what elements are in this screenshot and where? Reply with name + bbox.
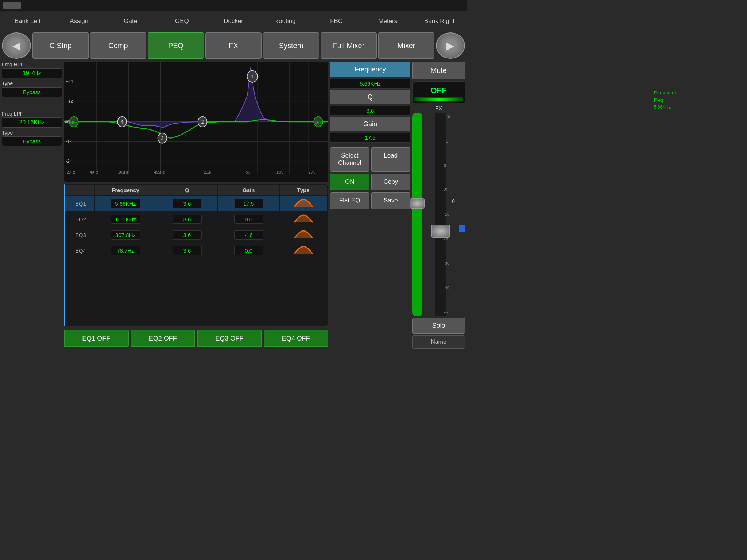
peq-button[interactable]: PEQ xyxy=(148,32,204,59)
eq2-off-button[interactable]: EQ2 OFF xyxy=(131,330,196,347)
eq-row-type xyxy=(280,228,327,242)
svg-text:101Hz: 101Hz xyxy=(118,170,128,175)
on-button[interactable]: ON xyxy=(330,174,369,190)
frequency-button[interactable]: Frequency xyxy=(330,62,410,77)
top-bar xyxy=(0,0,467,11)
eq-row-gain[interactable]: -16 xyxy=(218,228,279,242)
eq-row-id: EQ2 xyxy=(65,212,94,227)
load-button[interactable]: Load xyxy=(371,147,411,172)
eq-row-id: EQ3 xyxy=(65,228,94,242)
freq-lpf-value[interactable]: 20.16KHz xyxy=(2,117,62,128)
table-row[interactable]: EQ4 78.7Hz 3.6 0.0 xyxy=(65,243,327,258)
svg-text:-12: -12 xyxy=(66,139,72,144)
eq-row-q[interactable]: 3.6 xyxy=(156,212,217,227)
left-panel: Freq HPF 19.7Hz Type Bypass Freq LPF 20.… xyxy=(2,62,62,349)
eq4-off-button[interactable]: EQ4 OFF xyxy=(264,330,329,347)
full-mixer-button[interactable]: Full Mixer xyxy=(321,32,377,59)
svg-text:10K: 10K xyxy=(276,170,283,175)
mixer-button[interactable]: Mixer xyxy=(378,32,434,59)
select-channel-button[interactable]: SelectChannel xyxy=(330,147,369,172)
nav-row: Bank Left Assign Gate GEQ Ducker Routing… xyxy=(0,11,467,31)
nav-bank-left[interactable]: Bank Left xyxy=(2,18,53,25)
level-indicator xyxy=(414,98,463,101)
green-fader-track xyxy=(412,113,422,316)
eq-off-buttons: EQ1 OFF EQ2 OFF EQ3 OFF EQ4 OFF xyxy=(64,328,328,349)
table-row[interactable]: EQ2 1.15KHz 3.6 0.0 xyxy=(65,212,327,227)
eq-row-gain[interactable]: 17.5 xyxy=(218,196,279,211)
eq-row-q[interactable]: 3.6 xyxy=(156,243,217,258)
nav-fbc[interactable]: FBC xyxy=(311,18,362,25)
nav-gate[interactable]: Gate xyxy=(105,18,156,25)
svg-text:3: 3 xyxy=(161,135,163,141)
bank-left-button[interactable]: ◀ xyxy=(2,32,31,59)
name-button[interactable]: Name xyxy=(412,335,465,349)
eq1-off-button[interactable]: EQ1 OFF xyxy=(64,330,129,347)
table-row[interactable]: EQ3 307.8Hz 3.6 -16 xyxy=(65,228,327,242)
fx-button[interactable]: FX xyxy=(205,32,262,59)
fader-scale: +10 +5 0 -5 -10 -20 -30 -40 -∞ xyxy=(444,113,451,316)
svg-text:40Hz: 40Hz xyxy=(90,170,98,175)
eq-row-type xyxy=(280,212,327,227)
mute-button[interactable]: Mute xyxy=(412,62,465,79)
button-row: ◀ C Strip Comp PEQ FX System Full Mixer … xyxy=(0,31,467,60)
type-hpf-label: Type xyxy=(2,81,62,86)
solo-button[interactable]: Solo xyxy=(412,318,465,334)
eq-canvas[interactable]: +24 +12 0dB -12 -24 20Hz 40Hz 101Hz 455H… xyxy=(64,62,328,182)
eq-row-q[interactable]: 3.6 xyxy=(156,196,217,211)
nav-bank-right[interactable]: Bank Right xyxy=(414,18,465,25)
copy-button[interactable]: Copy xyxy=(371,174,411,190)
system-button[interactable]: System xyxy=(263,32,319,59)
zero-label: 0 xyxy=(452,198,455,204)
nav-geq[interactable]: GEQ xyxy=(156,18,208,25)
gain-button[interactable]: Gain xyxy=(330,117,410,131)
eq-table: Frequency Q Gain Type EQ1 5.66KHz 3.6 17… xyxy=(64,184,328,326)
nav-assign[interactable]: Assign xyxy=(53,18,105,25)
eq-row-q[interactable]: 3.6 xyxy=(156,228,217,242)
table-row[interactable]: EQ1 5.66KHz 3.6 17.5 xyxy=(65,196,327,211)
svg-text:4: 4 xyxy=(121,119,123,125)
svg-text:20K: 20K xyxy=(309,170,315,175)
type-lpf-value[interactable]: Bypass xyxy=(2,136,62,146)
eq-col-freq: Frequency xyxy=(95,185,156,195)
q-button[interactable]: Q xyxy=(330,90,410,104)
freq-hpf-value[interactable]: 19.7Hz xyxy=(2,68,62,78)
svg-text:20Hz: 20Hz xyxy=(67,170,75,175)
q-value: 3.6 xyxy=(330,106,410,116)
eq-row-freq[interactable]: 307.8Hz xyxy=(95,228,156,242)
svg-text:5K: 5K xyxy=(246,170,250,175)
main-content: Freq HPF 19.7Hz Type Bypass Freq LPF 20.… xyxy=(0,60,467,350)
green-fader-handle[interactable] xyxy=(410,198,425,209)
eq-row-type xyxy=(280,243,327,258)
nav-routing[interactable]: Routing xyxy=(259,18,311,25)
eq-row-freq[interactable]: 78.7Hz xyxy=(95,243,156,258)
right-arrow-icon: ▶ xyxy=(446,40,454,52)
save-button[interactable]: Save xyxy=(371,192,411,209)
bank-right-button[interactable]: ▶ xyxy=(436,32,465,59)
eq-row-freq[interactable]: 5.66KHz xyxy=(95,196,156,211)
nav-meters[interactable]: Meters xyxy=(362,18,414,25)
eq3-off-button[interactable]: EQ3 OFF xyxy=(197,330,262,347)
svg-text:455Hz: 455Hz xyxy=(154,170,165,175)
center-area: +24 +12 0dB -12 -24 20Hz 40Hz 101Hz 455H… xyxy=(64,62,328,349)
nav-ducker[interactable]: Ducker xyxy=(208,18,259,25)
svg-text:HPF: HPF xyxy=(70,120,77,124)
eq-row-freq[interactable]: 1.15KHz xyxy=(95,212,156,227)
eq-row-gain[interactable]: 0.0 xyxy=(218,243,279,258)
eq-col-q: Q xyxy=(156,185,217,195)
svg-text:2.1K: 2.1K xyxy=(204,170,212,175)
svg-text:+12: +12 xyxy=(66,99,73,104)
freq-hpf-label: Freq HPF xyxy=(2,62,62,67)
eq-col-type: Type xyxy=(280,185,327,195)
c-strip-button[interactable]: C Strip xyxy=(32,32,89,59)
comp-button[interactable]: Comp xyxy=(90,32,146,59)
eq-row-id: EQ4 xyxy=(65,243,94,258)
eq-row-id: EQ1 xyxy=(65,196,94,211)
svg-text:2: 2 xyxy=(201,119,204,125)
blue-indicator xyxy=(459,225,465,232)
eq-col-gain: Gain xyxy=(218,185,279,195)
top-bar-icon xyxy=(3,2,21,9)
type-hpf-value[interactable]: Bypass xyxy=(2,87,62,97)
svg-text:1: 1 xyxy=(251,74,253,79)
eq-row-gain[interactable]: 0.0 xyxy=(218,212,279,227)
flat-eq-button[interactable]: Flat EQ xyxy=(330,192,369,209)
